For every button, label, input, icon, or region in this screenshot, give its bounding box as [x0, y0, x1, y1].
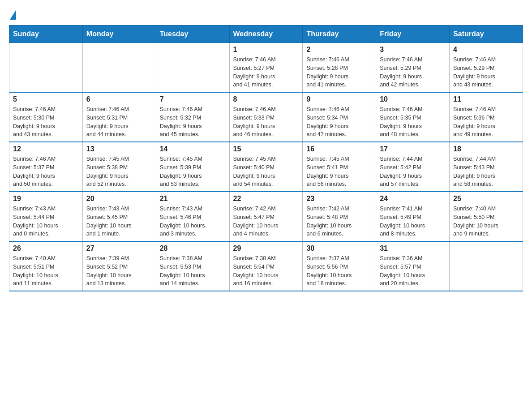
day-info: Sunrise: 7:39 AMSunset: 5:52 PMDaylight:…	[86, 254, 152, 288]
day-info: Sunrise: 7:46 AMSunset: 5:30 PMDaylight:…	[13, 105, 79, 139]
day-number: 4	[453, 46, 519, 54]
day-number: 13	[86, 145, 152, 153]
calendar-cell: 26Sunrise: 7:40 AMSunset: 5:51 PMDayligh…	[9, 241, 83, 291]
calendar-cell: 17Sunrise: 7:44 AMSunset: 5:42 PMDayligh…	[376, 142, 450, 192]
calendar-cell: 19Sunrise: 7:43 AMSunset: 5:44 PMDayligh…	[9, 192, 83, 241]
day-number: 1	[233, 46, 299, 54]
day-info: Sunrise: 7:46 AMSunset: 5:29 PMDaylight:…	[453, 56, 519, 89]
day-number: 2	[306, 46, 372, 54]
week-row-1: 1Sunrise: 7:46 AMSunset: 5:27 PMDaylight…	[9, 43, 523, 93]
calendar-table: SundayMondayTuesdayWednesdayThursdayFrid…	[9, 25, 523, 291]
day-info: Sunrise: 7:43 AMSunset: 5:46 PMDaylight:…	[160, 205, 226, 238]
day-info: Sunrise: 7:46 AMSunset: 5:28 PMDaylight:…	[306, 56, 372, 89]
day-number: 29	[233, 244, 299, 253]
day-info: Sunrise: 7:46 AMSunset: 5:35 PMDaylight:…	[380, 105, 446, 139]
day-info: Sunrise: 7:44 AMSunset: 5:43 PMDaylight:…	[453, 155, 519, 188]
calendar-cell: 2Sunrise: 7:46 AMSunset: 5:28 PMDaylight…	[303, 43, 376, 93]
calendar-cell: 27Sunrise: 7:39 AMSunset: 5:52 PMDayligh…	[82, 241, 156, 291]
day-number: 15	[233, 145, 299, 153]
day-info: Sunrise: 7:42 AMSunset: 5:47 PMDaylight:…	[233, 205, 299, 238]
day-info: Sunrise: 7:46 AMSunset: 5:33 PMDaylight:…	[233, 105, 299, 139]
calendar-cell: 16Sunrise: 7:45 AMSunset: 5:41 PMDayligh…	[303, 142, 376, 192]
day-number: 3	[380, 46, 446, 54]
day-info: Sunrise: 7:45 AMSunset: 5:38 PMDaylight:…	[86, 155, 152, 188]
day-number: 14	[160, 145, 226, 153]
day-info: Sunrise: 7:37 AMSunset: 5:56 PMDaylight:…	[306, 254, 372, 288]
calendar-cell: 4Sunrise: 7:46 AMSunset: 5:29 PMDaylight…	[450, 43, 523, 93]
day-info: Sunrise: 7:40 AMSunset: 5:51 PMDaylight:…	[13, 254, 79, 288]
weekday-header-saturday: Saturday	[450, 26, 523, 43]
calendar-cell: 13Sunrise: 7:45 AMSunset: 5:38 PMDayligh…	[82, 142, 156, 192]
calendar-cell: 3Sunrise: 7:46 AMSunset: 5:29 PMDaylight…	[376, 43, 450, 93]
calendar-cell: 14Sunrise: 7:45 AMSunset: 5:39 PMDayligh…	[156, 142, 229, 192]
calendar-cell: 18Sunrise: 7:44 AMSunset: 5:43 PMDayligh…	[450, 142, 523, 192]
calendar-cell: 10Sunrise: 7:46 AMSunset: 5:35 PMDayligh…	[376, 92, 450, 142]
day-number: 19	[13, 195, 79, 203]
day-number: 9	[306, 95, 372, 103]
day-info: Sunrise: 7:46 AMSunset: 5:36 PMDaylight:…	[453, 105, 519, 139]
calendar-cell: 22Sunrise: 7:42 AMSunset: 5:47 PMDayligh…	[229, 192, 303, 241]
calendar-cell: 12Sunrise: 7:46 AMSunset: 5:37 PMDayligh…	[9, 142, 83, 192]
day-number: 5	[13, 95, 79, 103]
week-row-2: 5Sunrise: 7:46 AMSunset: 5:30 PMDaylight…	[9, 92, 523, 142]
day-info: Sunrise: 7:46 AMSunset: 5:34 PMDaylight:…	[306, 105, 372, 139]
day-number: 6	[86, 95, 152, 103]
calendar-cell: 23Sunrise: 7:42 AMSunset: 5:48 PMDayligh…	[303, 192, 376, 241]
calendar-cell: 21Sunrise: 7:43 AMSunset: 5:46 PMDayligh…	[156, 192, 229, 241]
day-number: 22	[233, 195, 299, 203]
calendar-cell: 6Sunrise: 7:46 AMSunset: 5:31 PMDaylight…	[82, 92, 156, 142]
day-number: 31	[380, 244, 446, 253]
day-info: Sunrise: 7:43 AMSunset: 5:44 PMDaylight:…	[13, 205, 79, 238]
logo	[9, 9, 16, 18]
day-info: Sunrise: 7:38 AMSunset: 5:54 PMDaylight:…	[233, 254, 299, 288]
day-info: Sunrise: 7:45 AMSunset: 5:40 PMDaylight:…	[233, 155, 299, 188]
day-number: 27	[86, 244, 152, 253]
weekday-header-tuesday: Tuesday	[156, 26, 229, 43]
day-number: 24	[380, 195, 446, 203]
day-number: 21	[160, 195, 226, 203]
day-number: 23	[306, 195, 372, 203]
day-info: Sunrise: 7:45 AMSunset: 5:41 PMDaylight:…	[306, 155, 372, 188]
day-info: Sunrise: 7:38 AMSunset: 5:53 PMDaylight:…	[160, 254, 226, 288]
day-number: 11	[453, 95, 519, 103]
day-number: 28	[160, 244, 226, 253]
day-info: Sunrise: 7:46 AMSunset: 5:32 PMDaylight:…	[160, 105, 226, 139]
calendar-cell	[82, 43, 156, 93]
week-row-5: 26Sunrise: 7:40 AMSunset: 5:51 PMDayligh…	[9, 241, 523, 291]
calendar-cell: 8Sunrise: 7:46 AMSunset: 5:33 PMDaylight…	[229, 92, 303, 142]
day-number: 18	[453, 145, 519, 153]
week-row-3: 12Sunrise: 7:46 AMSunset: 5:37 PMDayligh…	[9, 142, 523, 192]
day-number: 7	[160, 95, 226, 103]
weekday-header-monday: Monday	[82, 26, 156, 43]
calendar-cell: 9Sunrise: 7:46 AMSunset: 5:34 PMDaylight…	[303, 92, 376, 142]
calendar-cell: 20Sunrise: 7:43 AMSunset: 5:45 PMDayligh…	[82, 192, 156, 241]
day-number: 20	[86, 195, 152, 203]
calendar-cell	[9, 43, 83, 93]
calendar-cell: 24Sunrise: 7:41 AMSunset: 5:49 PMDayligh…	[376, 192, 450, 241]
day-info: Sunrise: 7:44 AMSunset: 5:42 PMDaylight:…	[380, 155, 446, 188]
calendar-cell: 29Sunrise: 7:38 AMSunset: 5:54 PMDayligh…	[229, 241, 303, 291]
day-number: 16	[306, 145, 372, 153]
calendar-cell: 31Sunrise: 7:36 AMSunset: 5:57 PMDayligh…	[376, 241, 450, 291]
page-header	[9, 9, 523, 18]
day-info: Sunrise: 7:46 AMSunset: 5:27 PMDaylight:…	[233, 56, 299, 89]
calendar-cell: 1Sunrise: 7:46 AMSunset: 5:27 PMDaylight…	[229, 43, 303, 93]
day-info: Sunrise: 7:46 AMSunset: 5:37 PMDaylight:…	[13, 155, 79, 188]
calendar-cell: 28Sunrise: 7:38 AMSunset: 5:53 PMDayligh…	[156, 241, 229, 291]
day-info: Sunrise: 7:46 AMSunset: 5:29 PMDaylight:…	[380, 56, 446, 89]
day-number: 17	[380, 145, 446, 153]
weekday-header-wednesday: Wednesday	[229, 26, 303, 43]
weekday-header-row: SundayMondayTuesdayWednesdayThursdayFrid…	[9, 26, 523, 43]
day-number: 8	[233, 95, 299, 103]
calendar-cell: 30Sunrise: 7:37 AMSunset: 5:56 PMDayligh…	[303, 241, 376, 291]
day-number: 12	[13, 145, 79, 153]
day-info: Sunrise: 7:40 AMSunset: 5:50 PMDaylight:…	[453, 205, 519, 238]
day-info: Sunrise: 7:36 AMSunset: 5:57 PMDaylight:…	[380, 254, 446, 288]
calendar-cell: 25Sunrise: 7:40 AMSunset: 5:50 PMDayligh…	[450, 192, 523, 241]
weekday-header-thursday: Thursday	[303, 26, 376, 43]
weekday-header-sunday: Sunday	[9, 26, 83, 43]
day-info: Sunrise: 7:46 AMSunset: 5:31 PMDaylight:…	[86, 105, 152, 139]
calendar-cell: 5Sunrise: 7:46 AMSunset: 5:30 PMDaylight…	[9, 92, 83, 142]
calendar-cell: 15Sunrise: 7:45 AMSunset: 5:40 PMDayligh…	[229, 142, 303, 192]
day-info: Sunrise: 7:41 AMSunset: 5:49 PMDaylight:…	[380, 205, 446, 238]
